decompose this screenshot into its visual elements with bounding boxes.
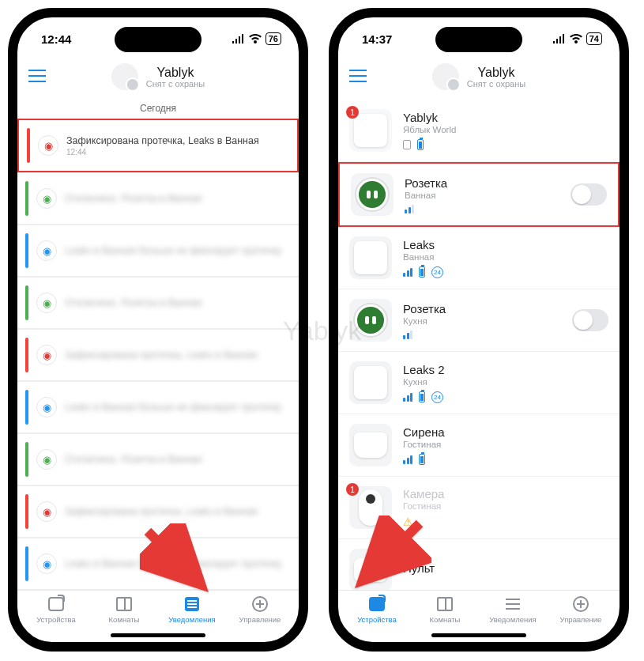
- devices-icon: [48, 597, 64, 611]
- device-thumbnail: [349, 236, 392, 279]
- battery-icon: [419, 454, 425, 465]
- status-icons: 76: [232, 32, 281, 46]
- cellular-icon: [232, 32, 245, 46]
- header-title: Yablyk: [146, 66, 205, 80]
- event-icon: ◉: [36, 397, 57, 417]
- device-indicators: [403, 139, 608, 150]
- severity-stripe: [25, 181, 28, 216]
- alert-badge: 1: [346, 483, 359, 496]
- device-indicators: 24: [403, 266, 608, 278]
- status-time: 14:37: [362, 32, 392, 46]
- notification-text: Отключено. Розетка в Ванная: [65, 193, 288, 204]
- header-subtitle: Снят с охраны: [146, 79, 205, 89]
- notification-row[interactable]: ◉ Leaks в Ванная больше не фиксирует про…: [17, 225, 299, 277]
- device-indicators: [403, 454, 608, 465]
- device-thumbnail: [349, 361, 392, 404]
- notification-row[interactable]: ◉ Leaks в Ванная больше не фиксирует про…: [17, 381, 299, 433]
- device-name: Leaks: [403, 238, 608, 251]
- tab-control[interactable]: Управление: [226, 595, 294, 642]
- device-name: Пульт: [403, 561, 608, 575]
- signal-icon: [405, 205, 414, 213]
- severity-stripe: [25, 233, 28, 268]
- left-phone: 12:44 76 Yablyk Снят с охраны Сегодня ◉: [8, 8, 308, 652]
- device-row[interactable]: Leaks 2 Кухня 24: [338, 352, 620, 414]
- device-row[interactable]: 1 Yablyk Яблык World: [338, 100, 620, 162]
- hub-avatar[interactable]: [111, 63, 138, 90]
- tab-devices[interactable]: Устройства: [22, 595, 90, 642]
- notification-text: Зафиксирована протечка, Leaks в Ванная: [65, 349, 288, 361]
- header-title: Yablyk: [467, 66, 525, 80]
- severity-stripe: [27, 128, 30, 163]
- wifi-icon: [570, 32, 582, 46]
- device-thumbnail: [349, 299, 392, 342]
- device-row[interactable]: Розетка Кухня: [338, 289, 620, 352]
- notification-text: Отключено. Розетка в Ванная: [65, 454, 288, 465]
- notification-row[interactable]: ◉ Зафиксирована протечка, Leaks в Ванная…: [17, 119, 299, 172]
- device-room: Кухня: [403, 316, 561, 326]
- date-separator: Сегодня: [17, 100, 299, 119]
- device-name: Камера: [403, 487, 608, 500]
- notification-list[interactable]: ◉ Зафиксирована протечка, Leaks в Ванная…: [17, 119, 299, 590]
- tab-control[interactable]: Управление: [547, 595, 615, 642]
- event-icon: ◉: [36, 501, 57, 522]
- signal-icon: [403, 393, 412, 402]
- right-phone: 14:37 74 Yablyk Снят с охраны 1 Yab: [329, 8, 629, 652]
- device-thumbnail: [351, 173, 394, 216]
- device-indicators: [403, 330, 561, 339]
- notification-row[interactable]: ◉ Отключено. Розетка в Ванная: [17, 433, 299, 485]
- rooms-icon: [116, 597, 132, 611]
- annotation-arrow: [140, 523, 219, 606]
- control-icon: [573, 596, 589, 612]
- battery-icon: [419, 266, 425, 278]
- rooms-icon: [437, 597, 453, 611]
- severity-stripe: [25, 285, 28, 320]
- severity-stripe: [25, 546, 28, 581]
- device-room: Ванная: [403, 252, 608, 262]
- device-name: Yablyk: [403, 111, 608, 124]
- signal-icon: [403, 330, 412, 339]
- battery-icon: [419, 391, 425, 402]
- device-indicators: ⚠: [403, 516, 608, 528]
- device-name: Розетка: [403, 302, 561, 315]
- menu-button[interactable]: [349, 66, 367, 87]
- control-icon: [252, 596, 268, 612]
- power-toggle[interactable]: [571, 183, 607, 206]
- app-header: Yablyk Снят с охраны: [17, 54, 299, 100]
- severity-stripe: [25, 442, 28, 477]
- event-icon: ◉: [36, 240, 57, 261]
- event-icon: ◉: [38, 135, 58, 156]
- power-toggle[interactable]: [572, 309, 608, 331]
- notification-row[interactable]: ◉ Отключено. Розетка в Ванная: [17, 277, 299, 329]
- menu-button[interactable]: [28, 66, 46, 87]
- home-indicator[interactable]: [431, 633, 526, 637]
- event-icon: ◉: [36, 449, 57, 470]
- device-row[interactable]: Сирена Гостиная: [338, 414, 620, 477]
- device-room: Ванная: [405, 191, 559, 200]
- signal-icon: [403, 268, 412, 277]
- device-row[interactable]: Розетка Ванная: [338, 162, 620, 227]
- cellular-icon: [552, 32, 566, 46]
- home-indicator[interactable]: [111, 633, 205, 637]
- device-row[interactable]: Leaks Ванная 24: [338, 227, 620, 289]
- 24h-icon: 24: [431, 266, 443, 278]
- notification-text: Leaks в Ванная больше не фиксирует проте…: [65, 245, 288, 256]
- alert-badge: 1: [346, 106, 359, 119]
- notification-row[interactable]: ◉ Отключено. Розетка в Ванная: [17, 172, 299, 225]
- device-indicators: [405, 205, 559, 213]
- severity-stripe: [25, 390, 28, 425]
- battery-indicator: 74: [586, 32, 602, 45]
- notification-text: Зафиксирована протечка, Leaks в Ванная: [65, 506, 288, 517]
- wifi-icon: [249, 32, 262, 46]
- notification-time: 12:44: [66, 148, 286, 157]
- device-indicators: 24: [403, 391, 608, 403]
- hub-avatar[interactable]: [432, 63, 459, 90]
- notification-row[interactable]: ◉ Зафиксирована протечка, Leaks в Ванная: [17, 329, 299, 381]
- severity-stripe: [25, 338, 28, 372]
- event-icon: ◉: [36, 293, 57, 313]
- event-icon: ◉: [36, 553, 57, 574]
- status-time: 12:44: [41, 32, 71, 46]
- header-subtitle: Снят с охраны: [467, 79, 525, 89]
- annotation-arrow: [345, 516, 431, 606]
- event-icon: ◉: [36, 188, 57, 209]
- device-room: Гостиная: [403, 440, 608, 449]
